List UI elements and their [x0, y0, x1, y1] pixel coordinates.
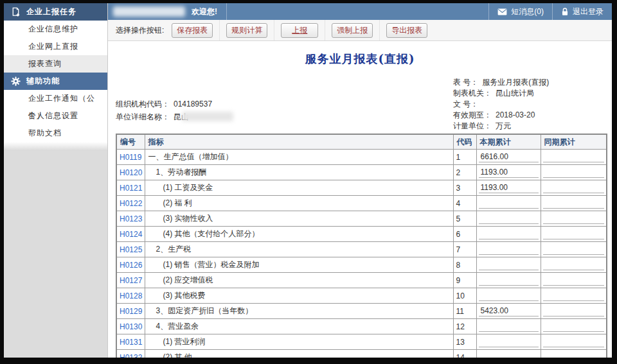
current-period-cell [476, 350, 541, 358]
same-period-input[interactable] [543, 213, 605, 224]
same-period-input[interactable] [543, 182, 605, 193]
same-period-input[interactable] [543, 152, 605, 162]
row-number-link[interactable]: H0121 [120, 184, 142, 193]
sidebar-fill [4, 151, 107, 358]
sidebar-item[interactable]: 报表查询 [4, 55, 107, 73]
toolbar-button[interactable]: 规则计算 [226, 23, 267, 38]
same-period-input[interactable] [543, 321, 605, 332]
row-number-cell: H0131 [116, 334, 145, 350]
current-period-input[interactable] [479, 321, 539, 332]
current-period-input[interactable]: 1193.00 [479, 167, 539, 178]
row-number-link[interactable]: H0131 [120, 338, 142, 347]
report-meta-line: 计量单位：万元 [453, 121, 549, 132]
table-row: H0122(2) 福 利4 [116, 196, 607, 211]
toolbar-button[interactable]: 强制上报 [332, 23, 373, 38]
sidebar-section-report-tasks[interactable]: 企业上报任务 [4, 3, 107, 21]
company-name-redacted [182, 112, 233, 121]
same-period-cell [541, 304, 607, 319]
toolbar-button[interactable]: 上报 [281, 23, 318, 38]
current-period-input[interactable] [479, 198, 539, 209]
toolbar-button-cell: 导出报表 [379, 20, 434, 40]
current-period-cell: 1193.00 [476, 165, 541, 180]
report-meta-line: 有效期至：2018-03-20 [453, 110, 549, 121]
current-period-cell [476, 319, 541, 334]
code-cell: 12 [453, 319, 476, 334]
code-cell: 11 [453, 304, 476, 319]
same-period-cell [541, 334, 607, 350]
current-period-input[interactable]: 1193.00 [479, 182, 539, 193]
sidebar-item[interactable]: 企业工作通知（公告） [4, 90, 107, 107]
topbar-divider [226, 3, 227, 20]
table-row: H0123(3) 实物性收入5 [116, 211, 607, 227]
current-period-input[interactable]: 6616.00 [479, 152, 539, 162]
row-number-link[interactable]: H0120 [120, 168, 142, 177]
row-number-link[interactable]: H0127 [120, 276, 142, 285]
welcome-text: 欢迎您! [192, 6, 217, 17]
report-meta-label: 制表机关： [453, 89, 492, 98]
same-period-input[interactable] [543, 352, 605, 358]
row-number-link[interactable]: H0122 [120, 199, 142, 208]
messages-label: 短消息(0) [511, 6, 544, 17]
indicator-cell: (3) 实物性收入 [145, 211, 453, 227]
row-number-cell: H0122 [116, 196, 145, 211]
table-row: H0126(1) 销售（营业）税金及附加8 [116, 257, 607, 273]
table-row: H0131(1) 营业利润13 [116, 334, 607, 350]
same-period-input[interactable] [543, 167, 605, 178]
same-period-input[interactable] [543, 244, 605, 255]
indicator-cell: 4、营业盈余 [145, 319, 453, 334]
same-period-input[interactable] [543, 229, 605, 239]
row-number-cell: H0127 [116, 273, 145, 288]
sidebar-item[interactable]: 企业信息维护 [4, 21, 107, 38]
toolbar-button[interactable]: 保存报表 [172, 23, 213, 38]
toolbar-button[interactable]: 导出报表 [386, 23, 427, 38]
logout-button[interactable]: 退出登录 [552, 3, 612, 20]
row-number-link[interactable]: H0125 [120, 245, 142, 254]
table-row: H0127(2) 应交增值税9 [116, 273, 607, 288]
row-number-cell: H0132 [116, 350, 145, 358]
sidebar-items-aux-functions: 企业工作通知（公告）个人信息设置帮助文档 [4, 90, 107, 142]
code-cell: 14 [453, 350, 476, 358]
indicator-cell: (3) 其他税费 [145, 288, 453, 304]
current-period-input[interactable] [479, 244, 539, 255]
same-period-cell [541, 227, 607, 242]
current-period-input[interactable] [479, 352, 539, 358]
current-period-input[interactable]: 5423.00 [479, 306, 539, 316]
row-number-link[interactable]: H0130 [120, 322, 142, 331]
current-period-input[interactable] [479, 290, 539, 301]
row-number-link[interactable]: H0123 [120, 214, 142, 223]
sidebar-item[interactable]: 个人信息设置 [4, 107, 107, 125]
row-number-link[interactable]: H0132 [120, 353, 142, 358]
indicator-cell: (2) 其 他 [145, 350, 453, 358]
current-period-input[interactable] [479, 229, 539, 239]
report-meta-line: 表 号：服务业月报表(直报) [453, 77, 549, 88]
same-period-input[interactable] [543, 275, 605, 286]
messages-button[interactable]: 短消息(0) [488, 3, 552, 20]
current-period-input[interactable] [479, 275, 539, 286]
sidebar-section-title: 辅助功能 [26, 76, 60, 87]
current-period-cell: 1193.00 [476, 180, 541, 196]
same-period-input[interactable] [543, 336, 605, 347]
table-row: H0128(3) 其他税费10 [116, 288, 607, 304]
same-period-input[interactable] [543, 290, 605, 301]
sidebar-item[interactable]: 帮助文档 [4, 125, 107, 142]
sidebar-item[interactable]: 企业网上直报 [4, 38, 107, 55]
same-period-cell [541, 350, 607, 358]
row-number-link[interactable]: H0126 [120, 261, 142, 270]
current-period-input[interactable] [479, 213, 539, 224]
current-period-cell [476, 334, 541, 350]
sidebar-section-aux-functions[interactable]: 辅助功能 [4, 73, 107, 90]
report-meta-value: 服务业月报表(直报) [482, 78, 549, 87]
same-period-input[interactable] [543, 306, 605, 316]
same-period-input[interactable] [543, 198, 605, 209]
row-number-link[interactable]: H0124 [120, 230, 142, 239]
current-period-input[interactable] [479, 259, 539, 270]
same-period-input[interactable] [543, 259, 605, 270]
row-number-link[interactable]: H0129 [120, 307, 142, 316]
topbar: 欢迎您! 短消息(0) 退出登录 [108, 3, 612, 20]
row-number-link[interactable]: H0128 [120, 291, 142, 300]
row-number-link[interactable]: H0119 [120, 153, 141, 162]
current-period-cell [476, 273, 541, 288]
same-period-cell [541, 242, 607, 257]
current-period-input[interactable] [479, 336, 539, 347]
new-report-icon [11, 7, 21, 17]
